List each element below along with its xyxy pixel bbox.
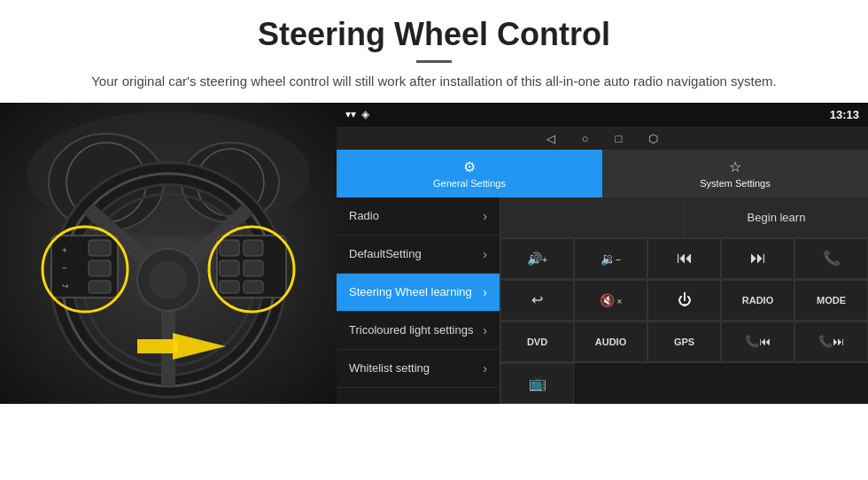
mute-icon: 🔇 × <box>600 293 623 307</box>
media-icon: 📺 <box>529 375 546 391</box>
radio-mode-button[interactable]: RADIO <box>721 280 794 321</box>
power-button[interactable]: ⏻ <box>647 280 721 321</box>
menu-radio-label: Radio <box>349 209 379 222</box>
empty-slot <box>500 197 684 237</box>
tel-prev-button[interactable]: 📞⏮ <box>721 321 794 362</box>
right-control-panel: Begin learn 🔊+ 🔉− ⏮ <box>500 197 868 404</box>
vol-up-button[interactable]: 🔊+ <box>500 238 574 279</box>
end-call-button[interactable]: ↩ <box>500 280 574 321</box>
phone-button[interactable]: 📞 <box>794 238 868 279</box>
svg-rect-20 <box>89 240 111 256</box>
tel-prev-icon: 📞⏮ <box>745 335 771 348</box>
menu-item-radio[interactable]: Radio › <box>337 197 500 236</box>
vol-down-button[interactable]: 🔉− <box>574 238 647 279</box>
vol-down-icon: 🔉− <box>601 252 621 266</box>
svg-rect-24 <box>220 240 239 256</box>
system-settings-icon: ☆ <box>729 159 741 175</box>
media-icon-button[interactable]: 📺 <box>500 363 574 404</box>
mute-button[interactable]: 🔇 × <box>574 280 647 321</box>
general-settings-icon: ⚙ <box>463 159 476 175</box>
tabs-bar: ⚙ General Settings ☆ System Settings <box>337 150 868 197</box>
main-content: Radio › DefaultSetting › Steering Wheel … <box>337 197 868 404</box>
header-section: Steering Wheel Control Your original car… <box>0 0 868 103</box>
tab-system-settings[interactable]: ☆ System Settings <box>602 150 868 197</box>
steering-wheel-image: + − ↪ <box>0 103 337 404</box>
svg-text:↪: ↪ <box>62 282 69 290</box>
dvd-label: DVD <box>527 337 547 347</box>
tel-next-button[interactable]: 📞⏭ <box>794 321 868 362</box>
control-row-3: DVD AUDIO GPS 📞⏮ 📞⏭ <box>500 321 868 363</box>
tel-next-icon: 📞⏭ <box>818 335 844 348</box>
page-title: Steering Wheel Control <box>35 16 833 53</box>
audio-button[interactable]: AUDIO <box>574 321 647 362</box>
recent-nav-icon[interactable]: □ <box>616 132 623 145</box>
status-icons: ▾▾ ◈ <box>345 108 369 120</box>
nav-bar: ◁ ○ □ ⬡ <box>337 127 868 150</box>
svg-rect-28 <box>220 281 239 293</box>
menu-whitelist-label: Whitelist setting <box>349 361 430 375</box>
title-divider <box>416 60 452 63</box>
content-area: + − ↪ <box>0 103 868 404</box>
menu-tricoloured-label: Tricoloured light settings <box>349 323 473 337</box>
svg-rect-27 <box>244 260 263 276</box>
status-time: 13:13 <box>830 108 859 121</box>
svg-rect-33 <box>137 339 177 353</box>
wifi-icon: ◈ <box>361 108 369 120</box>
chevron-icon-tricoloured: › <box>483 323 487 337</box>
cast-nav-icon[interactable]: ⬡ <box>648 132 658 145</box>
signal-icon: ▾▾ <box>345 108 356 120</box>
mode-button[interactable]: MODE <box>794 280 868 321</box>
tab-system-label: System Settings <box>700 178 770 189</box>
svg-rect-29 <box>244 281 263 293</box>
radio-label: RADIO <box>742 295 773 306</box>
vol-up-icon: 🔊+ <box>527 252 547 266</box>
gps-label: GPS <box>674 337 694 347</box>
dvd-button[interactable]: DVD <box>500 321 574 362</box>
control-row-4: 📺 <box>500 363 868 404</box>
menu-default-label: DefaultSetting <box>349 247 422 260</box>
gps-button[interactable]: GPS <box>647 321 721 362</box>
mode-label: MODE <box>817 295 846 306</box>
subtitle-text: Your original car's steering wheel contr… <box>35 72 833 92</box>
svg-rect-26 <box>220 260 239 276</box>
end-call-icon: ↩ <box>531 291 543 308</box>
svg-text:+: + <box>62 245 67 255</box>
control-row-1: 🔊+ 🔉− ⏮ ⏭ 📞 <box>500 238 868 280</box>
audio-label: AUDIO <box>595 337 626 347</box>
svg-rect-21 <box>89 260 111 276</box>
page-wrapper: Steering Wheel Control Your original car… <box>0 0 868 404</box>
back-nav-icon[interactable]: ◁ <box>546 132 555 145</box>
menu-item-default[interactable]: DefaultSetting › <box>337 236 500 274</box>
next-track-button[interactable]: ⏭ <box>721 238 794 279</box>
menu-item-tricoloured[interactable]: Tricoloured light settings › <box>337 312 500 350</box>
home-nav-icon[interactable]: ○ <box>582 132 589 145</box>
settings-menu: Radio › DefaultSetting › Steering Wheel … <box>337 197 500 404</box>
chevron-icon-default: › <box>483 247 487 261</box>
menu-steering-label: Steering Wheel learning <box>349 285 472 298</box>
chevron-icon-radio: › <box>483 209 487 223</box>
svg-rect-22 <box>89 281 111 293</box>
begin-learn-button[interactable]: Begin learn <box>684 197 868 237</box>
status-bar: ▾▾ ◈ 13:13 <box>337 103 868 128</box>
power-icon: ⏻ <box>678 292 692 308</box>
svg-point-15 <box>149 260 188 299</box>
svg-text:−: − <box>62 263 67 273</box>
tab-general-label: General Settings <box>433 178 506 189</box>
phone-icon: 📞 <box>823 250 841 267</box>
device-screen: ▾▾ ◈ 13:13 ◁ ○ □ ⬡ ⚙ General Settings ☆ <box>337 103 868 404</box>
right-top-row: Begin learn <box>500 197 868 238</box>
prev-track-button[interactable]: ⏮ <box>647 238 721 279</box>
steering-wheel-svg: + − ↪ <box>0 103 337 404</box>
tab-general-settings[interactable]: ⚙ General Settings <box>337 150 602 197</box>
prev-track-icon: ⏮ <box>677 249 693 267</box>
control-row-2: ↩ 🔇 × ⏻ RADIO MODE <box>500 280 868 321</box>
svg-rect-25 <box>244 240 263 256</box>
chevron-icon-steering: › <box>483 285 487 299</box>
chevron-icon-whitelist: › <box>483 361 487 375</box>
next-track-icon: ⏭ <box>750 249 766 267</box>
menu-item-steering[interactable]: Steering Wheel learning › <box>337 274 500 312</box>
menu-item-whitelist[interactable]: Whitelist setting › <box>337 350 500 388</box>
